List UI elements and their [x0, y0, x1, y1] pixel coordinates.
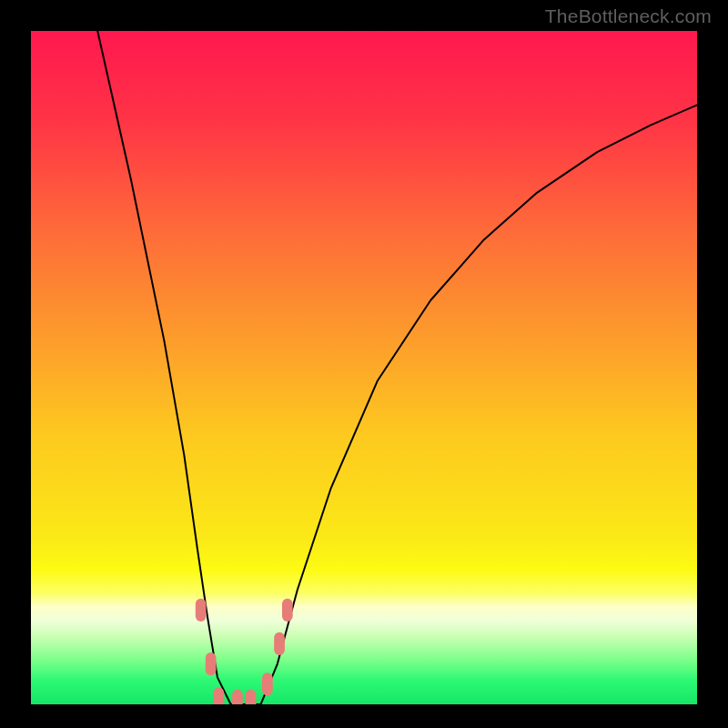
- curve-node: [214, 688, 225, 705]
- curve-node: [232, 690, 243, 704]
- plot-area: [31, 31, 697, 704]
- bottleneck-curve-svg: [31, 31, 697, 704]
- curve-nodes: [196, 599, 293, 704]
- watermark-text: TheBottleneck.com: [545, 5, 712, 27]
- curve-node: [274, 632, 285, 655]
- curve-node: [262, 672, 273, 695]
- curve-node: [206, 652, 217, 675]
- curve-node: [196, 599, 207, 622]
- bottleneck-curve: [97, 31, 697, 704]
- curve-node: [246, 690, 257, 704]
- curve-node: [282, 599, 293, 622]
